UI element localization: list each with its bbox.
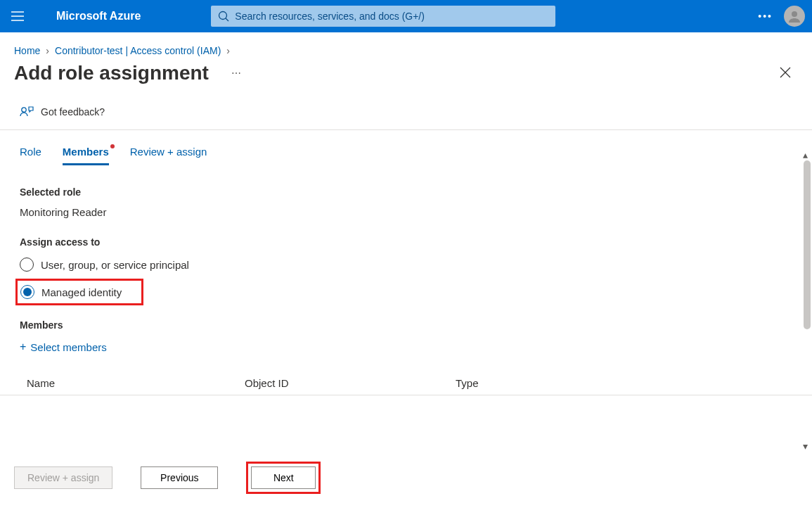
chevron-right-icon: › [226, 45, 230, 56]
review-assign-button: Review + assign [14, 466, 112, 489]
hamburger-menu-icon[interactable] [7, 6, 28, 27]
radio-icon [20, 258, 34, 272]
content-area: Selected role Monitoring Reader Assign a… [0, 165, 812, 353]
tab-review-assign[interactable]: Review + assign [130, 146, 207, 165]
members-label: Members [20, 319, 798, 331]
feedback-link[interactable]: Got feedback? [0, 106, 812, 130]
column-type: Type [456, 377, 798, 389]
tab-members[interactable]: Members [63, 146, 109, 165]
column-object-id: Object ID [245, 377, 456, 389]
avatar[interactable] [784, 6, 805, 27]
title-row: Add role assignment ⋯ [0, 59, 812, 106]
svg-point-0 [219, 12, 227, 20]
svg-point-2 [792, 11, 797, 17]
highlight-next: Next [246, 462, 321, 494]
scrollbar-thumb[interactable] [804, 160, 811, 329]
tab-members-label: Members [63, 146, 109, 158]
search-icon [218, 11, 229, 22]
tabs: Role Members Review + assign [0, 130, 812, 165]
page-title: Add role assignment [14, 62, 209, 84]
selected-role-value: Monitoring Reader [20, 206, 798, 218]
feedback-label: Got feedback? [41, 106, 105, 118]
breadcrumb: Home › Contributor-test | Access control… [0, 32, 812, 59]
breadcrumb-item-home[interactable]: Home [14, 45, 40, 56]
highlight-managed-identity: Managed identity [15, 279, 143, 305]
feedback-icon [20, 106, 34, 118]
title-more-icon[interactable]: ⋯ [231, 68, 241, 79]
scroll-down-arrow-icon[interactable]: ▾ [803, 440, 811, 449]
assign-access-label: Assign access to [20, 236, 798, 248]
wizard-footer: Review + assign Previous Next [0, 462, 812, 494]
user-icon [787, 8, 802, 24]
radio-label: User, group, or service principal [41, 259, 189, 271]
notification-dot-icon [110, 144, 115, 148]
plus-icon: + [20, 341, 26, 353]
radio-user-group-sp[interactable]: User, group, or service principal [20, 256, 798, 273]
search-input[interactable]: Search resources, services, and docs (G+… [211, 6, 555, 27]
more-icon[interactable]: ••• [758, 11, 773, 22]
radio-selected-icon [20, 285, 34, 299]
svg-line-1 [226, 18, 228, 21]
top-header: Microsoft Azure Search resources, servic… [0, 0, 812, 32]
tab-role[interactable]: Role [20, 146, 41, 165]
scroll-up-arrow-icon[interactable]: ▴ [803, 149, 811, 158]
close-icon[interactable] [780, 67, 791, 80]
select-members-label: Select members [30, 341, 106, 353]
svg-point-3 [22, 108, 26, 112]
radio-label: Managed identity [41, 286, 122, 298]
brand-label: Microsoft Azure [56, 10, 141, 23]
radio-managed-identity[interactable]: Managed identity [20, 284, 122, 300]
chevron-right-icon: › [46, 45, 49, 56]
selected-role-label: Selected role [20, 186, 798, 198]
breadcrumb-item-iam[interactable]: Contributor-test | Access control (IAM) [55, 45, 221, 56]
search-placeholder: Search resources, services, and docs (G+… [235, 11, 425, 22]
previous-button[interactable]: Previous [141, 466, 218, 489]
members-table-header: Name Object ID Type [0, 353, 812, 395]
next-button[interactable]: Next [251, 466, 316, 489]
column-name: Name [27, 377, 245, 389]
select-members-link[interactable]: + Select members [20, 341, 107, 353]
